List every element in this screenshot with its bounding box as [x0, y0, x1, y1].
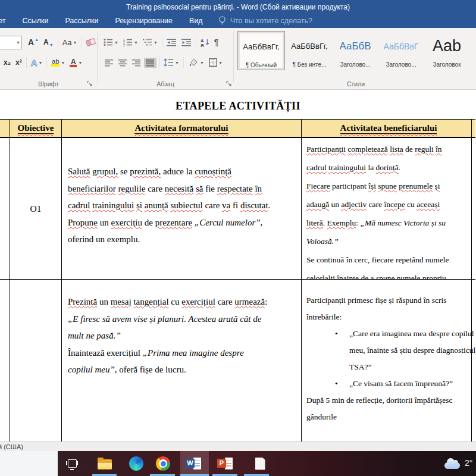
table-header-cell-formator[interactable]: Activitatea formatorului	[62, 119, 302, 138]
increase-indent-button[interactable]	[180, 37, 193, 48]
style-tile-3[interactable]: АаБбВЗаголово...	[334, 31, 377, 69]
paragraph-group-row2: ▼ ▼ ▼	[102, 55, 225, 70]
decrease-indent-button[interactable]	[165, 37, 178, 48]
font-color-button[interactable]: A ▼	[68, 57, 84, 68]
chevron-down-icon: ▼	[175, 61, 179, 65]
multilevel-list-button[interactable]: ▼	[141, 37, 159, 48]
style-sample: АаБбВвГг,	[291, 31, 327, 61]
align-center-button[interactable]	[117, 58, 129, 68]
font-dialog-launcher[interactable]	[87, 81, 93, 87]
ribbon-tab-4[interactable]: Рецензирование	[107, 14, 181, 28]
style-label: Заголовок	[433, 61, 461, 68]
language-indicator[interactable]: й (США)	[0, 443, 23, 450]
superscript-button[interactable]: x²	[14, 57, 24, 68]
chevron-down-icon: ▼	[218, 61, 223, 65]
cloud-icon	[444, 462, 460, 469]
ribbon-tabbar: МакетСсылкиРассылкиРецензированиеВид Что…	[0, 14, 476, 28]
word-button[interactable]: W	[186, 456, 201, 471]
powerpoint-button[interactable]: P	[217, 456, 233, 471]
align-right-button[interactable]	[130, 58, 143, 68]
status-bar: й (США)	[0, 441, 476, 452]
highlight-color-button[interactable]: ab ▼	[49, 57, 67, 68]
screen: Training psihosocial pentru părinți. - W…	[0, 0, 476, 476]
borders-button[interactable]: ▼	[207, 57, 224, 68]
table-cell-beneficiar[interactable]: Participanții completează lista de regul…	[302, 138, 475, 280]
subscript-button[interactable]: x₂	[2, 57, 12, 68]
tell-me[interactable]: Что вы хотите сделать?	[218, 16, 312, 26]
table-header-cell-beneficiar[interactable]: Activitatea beneficiarului	[302, 119, 475, 138]
change-case-button[interactable]: Aa▼	[61, 37, 79, 48]
style-tile-6[interactable]: АаБПодзаг...	[471, 31, 476, 69]
table-cell-objective[interactable]	[10, 280, 62, 441]
styles-gallery: АаБбВвГг,¶ ОбычныйАаБбВвГг,¶ Без инте...…	[237, 31, 476, 77]
bullet-list-button[interactable]: ▼	[102, 37, 120, 48]
highlight-swatch	[51, 64, 60, 67]
ribbon-tab-5[interactable]: Вид	[181, 14, 211, 28]
chevron-down-icon: ▼	[114, 40, 118, 45]
chrome-icon	[156, 456, 170, 471]
paragraph-dialog-launcher[interactable]	[226, 81, 233, 87]
document-app-button[interactable]	[252, 456, 268, 471]
justify-button[interactable]	[144, 58, 156, 68]
decrease-indent-icon	[167, 39, 177, 46]
chevron-down-icon: ▼	[73, 40, 77, 45]
weather-widget[interactable]	[444, 458, 460, 472]
increase-indent-icon	[181, 39, 192, 46]
weather-temperature: 2°	[465, 458, 472, 468]
multilevel-list-icon	[143, 38, 152, 46]
style-tile-2[interactable]: АаБбВвГг,¶ Без инте...	[288, 31, 331, 69]
table-header-cell-empty[interactable]	[0, 119, 10, 138]
chevron-down-icon: ▼	[16, 40, 20, 45]
table-cell-beneficiar[interactable]: Participanții primesc fișe și răspund în…	[302, 280, 475, 441]
style-tile-5[interactable]: AabЗаголовок	[425, 31, 468, 69]
table-cell-margin[interactable]	[0, 138, 10, 280]
line-spacing-button[interactable]: ▼	[162, 57, 181, 68]
edge-button[interactable]	[129, 456, 144, 471]
table-cell-margin[interactable]	[0, 280, 10, 441]
grow-font-button[interactable]: A▲	[26, 36, 40, 48]
svg-text:Я: Я	[201, 43, 203, 47]
align-center-icon	[118, 59, 127, 67]
style-tile-1[interactable]: АаБбВвГг,¶ Обычный	[237, 31, 285, 70]
taskbar-search-box[interactable]	[0, 451, 58, 476]
paragraph-group-label: Абзац	[99, 79, 231, 89]
ribbon: ▼ A▲ A▼ Aa▼ x₂ x² A▼ ab ▼ A ▼ Шрифт	[0, 28, 476, 90]
chevron-down-icon: ▼	[154, 40, 158, 45]
chevron-down-icon: ▼	[78, 61, 82, 65]
file-explorer-button[interactable]	[97, 456, 112, 471]
document-page[interactable]: ETAPELE ACTIVITĂȚII Obiective Activitate…	[0, 90, 476, 441]
numbered-list-button[interactable]: 1 2 3 ▼	[121, 37, 140, 48]
eraser-icon	[85, 38, 95, 46]
styles-group-label: Стили	[236, 79, 476, 89]
show-formatting-button[interactable]: ¶	[212, 36, 221, 48]
style-sample: АаБбВвГ	[384, 31, 419, 61]
font-size-combobox[interactable]: ▼	[0, 36, 22, 49]
shading-button[interactable]: ▼	[186, 57, 206, 68]
ribbon-tab-2[interactable]: Ссылки	[14, 14, 57, 28]
style-label: ¶ Без инте...	[293, 61, 327, 68]
align-left-button[interactable]	[103, 58, 115, 68]
chevron-down-icon: ▼	[39, 61, 43, 65]
table-cell-formator[interactable]: Prezintă un mesaj tangențial cu exerciți…	[62, 280, 302, 441]
chrome-button[interactable]	[155, 456, 171, 471]
ribbon-tab-3[interactable]: Рассылки	[57, 14, 107, 28]
up-triangle-icon: ▲	[35, 37, 39, 42]
style-label: Заголово...	[386, 61, 416, 68]
shrink-font-button[interactable]: A▼	[42, 37, 55, 48]
down-triangle-icon: ▼	[49, 43, 54, 47]
text-effects-button[interactable]: A▼	[29, 57, 45, 69]
style-tile-4[interactable]: АаБбВвГЗаголово...	[380, 31, 422, 69]
table-cell-objective[interactable]: O1	[10, 138, 62, 280]
task-view-button[interactable]	[64, 456, 80, 471]
table-header-cell-objective[interactable]: Obiective	[10, 119, 62, 138]
ribbon-tab-1[interactable]: Макет	[0, 14, 14, 28]
clear-formatting-button[interactable]	[84, 38, 97, 46]
chevron-down-icon: ▼	[200, 61, 204, 65]
font-color-swatch	[70, 65, 77, 67]
document-table: Obiective Activitatea formatorului Activ…	[0, 119, 476, 441]
lightbulb-icon	[218, 16, 226, 26]
borders-icon	[209, 58, 217, 67]
sort-button[interactable]: А Я	[199, 37, 211, 48]
table-cell-formator[interactable]: Salută grupul, se prezintă, aduce la cun…	[62, 138, 302, 280]
sort-icon: А Я	[201, 38, 209, 47]
